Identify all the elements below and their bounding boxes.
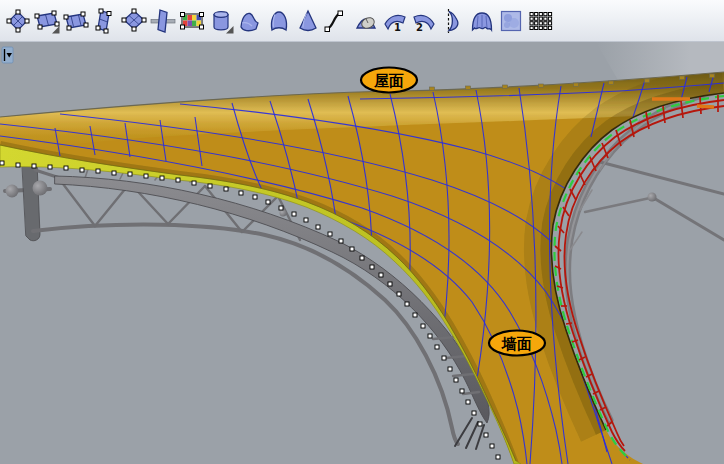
control-point[interactable] [292, 212, 296, 216]
control-point[interactable] [48, 165, 52, 169]
control-point[interactable] [435, 345, 439, 349]
control-point[interactable] [379, 273, 383, 277]
control-point[interactable] [472, 411, 476, 415]
control-point[interactable] [388, 282, 392, 286]
control-point[interactable] [16, 163, 20, 167]
control-point[interactable] [484, 433, 488, 437]
plane-through-points-icon[interactable] [120, 7, 147, 35]
control-point[interactable] [96, 169, 100, 173]
control-point[interactable] [0, 161, 4, 165]
extrude-along-curve-icon[interactable] [236, 7, 263, 35]
control-point[interactable] [32, 164, 36, 168]
heightfield-icon[interactable] [497, 7, 524, 35]
surface-from-point-grid-icon[interactable] [526, 7, 553, 35]
control-point[interactable] [208, 184, 212, 188]
joint-sphere [6, 185, 19, 198]
surface-from-3-points-icon[interactable] [33, 7, 60, 35]
control-point[interactable] [128, 172, 132, 176]
control-point[interactable] [460, 389, 464, 393]
control-point[interactable] [316, 225, 320, 229]
joint-sphere [33, 181, 48, 196]
picture-frame-icon[interactable] [178, 7, 205, 35]
control-point[interactable] [490, 444, 494, 448]
control-point[interactable] [176, 178, 180, 182]
surface-from-control-points-icon[interactable] [4, 7, 31, 35]
control-point[interactable] [448, 367, 452, 371]
control-point[interactable] [192, 181, 196, 185]
control-point[interactable] [112, 171, 116, 175]
control-point[interactable] [253, 195, 257, 199]
control-point[interactable] [370, 265, 374, 269]
curve-from-2-views-icon[interactable] [323, 7, 350, 35]
control-point[interactable] [413, 313, 417, 317]
control-point[interactable] [64, 166, 68, 170]
control-point[interactable] [496, 455, 500, 459]
control-point[interactable] [454, 378, 458, 382]
control-point[interactable] [239, 191, 243, 195]
control-point[interactable] [350, 247, 354, 251]
surface-toolbar: 1 2 [0, 0, 724, 42]
control-point[interactable] [405, 302, 409, 306]
drape-icon[interactable] [468, 7, 495, 35]
extrude-straight-icon[interactable] [207, 7, 234, 35]
svg-text:1: 1 [394, 22, 401, 33]
annotation-dot-roof[interactable]: 屋面 [361, 68, 417, 93]
joint-sphere [280, 210, 287, 217]
sweep-2-rails-icon[interactable]: 2 [410, 7, 437, 35]
annotation-dot-roof-label: 屋面 [373, 72, 404, 90]
scene-svg: 屋面 墙面 [0, 42, 724, 464]
viewport-3d[interactable]: 屋面 墙面 [0, 42, 724, 464]
control-point[interactable] [304, 218, 308, 222]
sweep-1-rail-icon[interactable]: 1 [381, 7, 408, 35]
control-point[interactable] [442, 356, 446, 360]
control-point[interactable] [397, 292, 401, 296]
control-point[interactable] [466, 400, 470, 404]
extrude-tapered-icon[interactable] [294, 7, 321, 35]
surface-from-corner-points-icon[interactable] [62, 7, 89, 35]
control-point[interactable] [339, 239, 343, 243]
cutting-plane-icon[interactable] [149, 7, 176, 35]
control-point[interactable] [80, 168, 84, 172]
control-point[interactable] [421, 324, 425, 328]
rail-revolve-icon[interactable] [352, 7, 379, 35]
svg-text:2: 2 [416, 22, 423, 33]
application-window: 1 2 [0, 0, 724, 464]
control-point[interactable] [279, 206, 283, 210]
control-point[interactable] [266, 200, 270, 204]
control-point[interactable] [224, 187, 228, 191]
control-point[interactable] [328, 232, 332, 236]
control-point[interactable] [160, 176, 164, 180]
vertical-plane-icon[interactable] [91, 7, 118, 35]
revolve-icon[interactable] [439, 7, 466, 35]
extrude-to-point-icon[interactable] [265, 7, 292, 35]
control-point[interactable] [360, 256, 364, 260]
control-point[interactable] [144, 174, 148, 178]
control-point[interactable] [478, 422, 482, 426]
viewport-dropdown[interactable] [2, 47, 13, 63]
control-point[interactable] [428, 334, 432, 338]
joint-sphere [648, 193, 657, 202]
annotation-dot-wall-label: 墙面 [501, 335, 532, 353]
annotation-dot-wall[interactable]: 墙面 [489, 331, 545, 356]
